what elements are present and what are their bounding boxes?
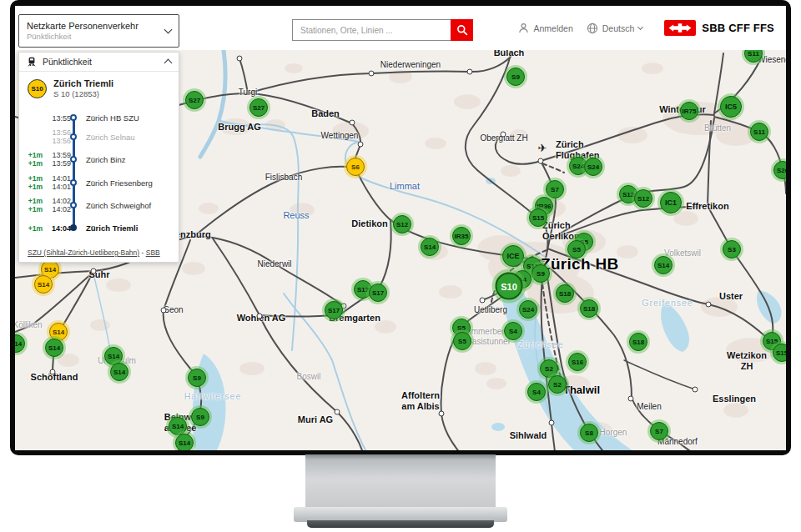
stop-time: 14:04	[52, 223, 71, 232]
line-badge[interactable]: S12	[634, 189, 652, 208]
stop-name: Zürich Binz	[86, 155, 126, 164]
stop-name: Zürich Friesenberg	[86, 178, 153, 188]
line-badge[interactable]: S3	[723, 240, 741, 258]
login-button[interactable]: Anmelden	[518, 23, 572, 33]
line-badge[interactable]: S9	[191, 408, 209, 426]
globe-icon	[587, 23, 598, 34]
line-badge[interactable]: S14	[654, 256, 673, 274]
line-badge[interactable]: S9	[531, 264, 550, 283]
monitor-stand-neck	[305, 454, 496, 509]
operator-link[interactable]: SZU (Sihltal-Zürich-Uetliberg-Bahn)	[28, 248, 139, 257]
line-badge[interactable]: S18	[580, 299, 598, 318]
stop-row[interactable]: 13:5613:56Zürich Selnau	[24, 128, 175, 145]
line-badge[interactable]: S15	[529, 208, 547, 227]
stop-delay: +1m	[28, 151, 43, 159]
stop-marker	[70, 114, 77, 121]
stop-row[interactable]: 13:55Zürich HB SZU	[24, 113, 175, 123]
line-badge[interactable]: S5	[453, 332, 471, 350]
stop-name: Zürich Triemli	[86, 223, 138, 233]
line-badge[interactable]: S4	[527, 383, 546, 401]
line-badge[interactable]: ICE	[502, 245, 524, 267]
stop-delay: +1m	[28, 223, 43, 232]
line-badge[interactable]: S12	[393, 215, 411, 233]
chevron-down-icon	[164, 26, 173, 34]
language-selector[interactable]: Deutsch	[587, 23, 643, 34]
route-name: Zürich Triemli	[53, 78, 113, 89]
search-icon	[456, 24, 468, 36]
search-bar	[292, 19, 473, 41]
stop-time: 14:02	[52, 205, 71, 213]
route-line-info: S 10 (12853)	[53, 89, 113, 99]
stop-row[interactable]: +1m+1m14:0114:01Zürich Friesenberg	[24, 174, 175, 191]
line-badge[interactable]: S4	[504, 322, 522, 340]
line-badge[interactable]: S7	[650, 422, 668, 440]
line-badge[interactable]: IR35	[452, 227, 471, 245]
line-badge[interactable]: S11	[750, 123, 768, 141]
line-badge[interactable]: IC5	[720, 96, 742, 118]
line-badge[interactable]: S5	[567, 240, 586, 258]
line-badge[interactable]: S2	[548, 375, 567, 394]
stop-time: 14:01	[52, 174, 71, 183]
line-badge[interactable]: S6	[346, 158, 365, 176]
line-badge[interactable]: S9	[506, 68, 525, 86]
line-badge[interactable]: S27	[185, 91, 204, 109]
route-header: S10 Zürich Triemli S 10 (12853)	[28, 78, 113, 99]
line-badge[interactable]: S15	[773, 344, 786, 362]
stop-marker	[70, 202, 77, 208]
panel-footer: SZU (Sihltal-Zürich-Uetliberg-Bahn) - SB…	[28, 248, 160, 257]
stop-marker	[70, 179, 77, 186]
line-badge[interactable]: S7	[546, 180, 564, 198]
line-badge[interactable]: S26	[773, 161, 786, 179]
stop-time: 14:01	[52, 183, 71, 191]
line-badge[interactable]: S9	[188, 369, 206, 387]
line-badge[interactable]: S17	[369, 284, 387, 302]
line-badge[interactable]: S24	[519, 300, 537, 319]
line-badge[interactable]: S18	[556, 284, 574, 303]
line-badge[interactable]: S14	[110, 363, 128, 381]
line-badge[interactable]: S8	[580, 424, 598, 442]
line-badge[interactable]: S14	[45, 339, 63, 357]
stop-marker	[70, 224, 77, 231]
login-label: Anmelden	[533, 23, 572, 33]
panel-title: Pünktlichkeit	[43, 57, 92, 67]
train-icon	[27, 57, 37, 67]
layer-dropdown[interactable]: Netzkarte Personenverkehr Pünktlichkeit	[18, 14, 179, 48]
line-badge[interactable]: S14	[169, 417, 187, 435]
panel-header[interactable]: Pünktlichkeit	[19, 53, 179, 72]
line-badge[interactable]: S14	[175, 434, 194, 450]
footer-separator: -	[139, 248, 146, 257]
search-button[interactable]	[451, 19, 473, 41]
line-badge[interactable]: S24	[584, 158, 602, 176]
monitor: NiederweningenTurgiBadenBrugg AGWettinge…	[0, 0, 801, 532]
stop-time: 13:56	[52, 137, 71, 145]
search-input[interactable]	[292, 19, 451, 41]
sbb-logo-text: SBB CFF FFS	[702, 22, 774, 34]
stop-row[interactable]: +1m+1m14:0214:02Zürich Schweighof	[24, 197, 175, 213]
route-line-badge: S10	[28, 79, 47, 98]
line-badge[interactable]: S14	[421, 238, 439, 256]
line-badge[interactable]: S14	[15, 334, 25, 353]
sbb-logo[interactable]: SBB CFF FFS	[664, 20, 774, 36]
stop-row[interactable]: +1m+1m13:5913:59Zürich Binz	[24, 151, 175, 168]
line-badge[interactable]: S16	[568, 353, 587, 371]
monitor-bezel: NiederweningenTurgiBadenBrugg AGWettinge…	[10, 0, 791, 455]
stop-time: 13:55	[52, 113, 71, 122]
layer-dropdown-subtitle: Pünktlichkeit	[27, 32, 165, 42]
line-badge[interactable]: S17	[325, 301, 343, 319]
stop-row[interactable]: +1m14:04Zürich Triemli	[24, 223, 175, 233]
header-right: Anmelden Deutsch	[518, 6, 774, 50]
stop-delay: +1m	[28, 197, 43, 205]
line-badge[interactable]: S14	[34, 275, 53, 294]
stop-delay: +1m	[28, 174, 43, 183]
sbb-link[interactable]: SBB	[146, 248, 160, 257]
stop-marker	[70, 133, 77, 140]
punctuality-panel: Pünktlichkeit S10 Zürich Triemli S 10 (1…	[18, 52, 179, 263]
line-badge[interactable]: S27	[249, 98, 268, 117]
chevron-down-icon	[637, 23, 643, 29]
line-badge[interactable]: S10	[496, 273, 523, 300]
line-badge[interactable]: S11	[744, 50, 763, 63]
layer-dropdown-title: Netzkarte Personenverkehr	[27, 21, 165, 32]
line-badge[interactable]: IR75	[680, 102, 698, 120]
line-badge[interactable]: S18	[629, 333, 647, 351]
line-badge[interactable]: IC1	[660, 192, 682, 213]
